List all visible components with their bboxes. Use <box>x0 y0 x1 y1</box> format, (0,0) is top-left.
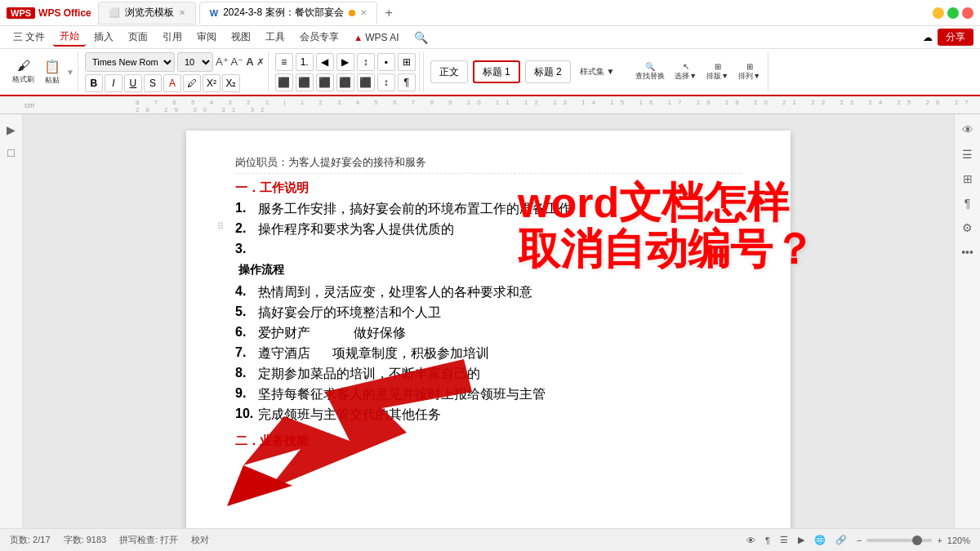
select-button[interactable]: ↖ 选择▼ <box>670 60 701 84</box>
template-tab[interactable]: ⬜ 浏览壳模板 ✕ <box>98 2 196 24</box>
menu-reference[interactable]: 引用 <box>156 29 189 46</box>
doc-tab-label: 2024-3-8 案例：餐饮部宴会 <box>223 6 343 20</box>
menu-view[interactable]: 视图 <box>225 29 257 46</box>
indent-decrease-button[interactable]: ◀ <box>316 53 334 71</box>
menu-wps-ai[interactable]: ▲WPS AI <box>347 30 405 45</box>
line-spacing-button[interactable]: ↕ <box>357 53 375 71</box>
zoom-thumb <box>912 535 922 545</box>
right-sidebar: 👁 ☰ ⊞ ¶ ⚙ ••• <box>954 114 980 528</box>
page-count: 页数: 2/17 <box>10 534 51 546</box>
shading-button[interactable]: ▪ <box>377 53 395 71</box>
paste-label: 粘贴 <box>45 75 60 86</box>
menu-tools[interactable]: 工具 <box>259 29 292 46</box>
clear-format-button[interactable]: ✗ <box>256 56 265 68</box>
menu-insert[interactable]: 插入 <box>87 29 120 46</box>
menu-file[interactable]: 三 文件 <box>7 29 51 46</box>
section2-title: 二．业务技能 <box>235 433 742 449</box>
align-left-button[interactable]: ⬛ <box>275 73 293 91</box>
unsaved-indicator <box>349 10 355 16</box>
paragraph-group: ≡ 1. ◀ ▶ ↕ ▪ ⊞ ⬛ ⬛ ⬛ ⬛ ⬛ ↕ ¶ <box>272 51 420 92</box>
menu-home[interactable]: 开始 <box>53 28 86 47</box>
add-tab-button[interactable]: + <box>381 6 398 20</box>
more-icon[interactable]: ••• <box>959 243 977 261</box>
subscript-button[interactable]: X₂ <box>222 74 240 92</box>
zoom-track[interactable] <box>866 539 932 542</box>
style-heading1[interactable]: 标题 1 <box>473 60 520 83</box>
zoom-out-button[interactable]: − <box>857 535 862 545</box>
document-area[interactable]: 岗位职员：为客人提好宴会的接待和服务 一．工作说明 1. 服务工作安排，搞好宴会… <box>23 114 954 528</box>
font-shrink-button[interactable]: A⁻ <box>231 56 244 68</box>
toolbar: 🖌 格式刷 📋 粘贴 ▼ Times New Roma 10 A⁺ A⁻ A ✗ <box>0 49 980 96</box>
zoom-level: 120% <box>947 535 970 545</box>
menu-page[interactable]: 页面 <box>122 29 154 46</box>
highlight-button[interactable]: 🖊 <box>183 74 201 92</box>
share-button[interactable]: 分享 <box>938 29 973 46</box>
arrange-button[interactable]: ⊞ 排列▼ <box>734 60 764 84</box>
nav-icon[interactable]: ☰ <box>959 145 977 163</box>
font-color-button[interactable]: A <box>246 56 253 68</box>
find-replace-button[interactable]: 🔍 查找替换 <box>631 60 669 84</box>
globe-icon[interactable]: 🌐 <box>814 535 826 545</box>
wps-icon: WPS <box>7 7 35 19</box>
template-tab-label: 浏览壳模板 <box>125 6 174 20</box>
play-icon[interactable]: ▶ <box>798 535 804 545</box>
superscript-button[interactable]: X² <box>203 74 220 92</box>
menu-review[interactable]: 审阅 <box>190 29 223 46</box>
search-icon[interactable]: 🔍 <box>414 31 428 44</box>
template-tab-close[interactable]: ✕ <box>179 8 185 17</box>
menu-vip[interactable]: 会员专享 <box>293 29 345 46</box>
drag-handle[interactable]: ⠿ <box>217 221 224 232</box>
style-heading2[interactable]: 标题 2 <box>525 60 571 83</box>
document-page: 岗位职员：为客人提好宴会的接待和服务 一．工作说明 1. 服务工作安排，搞好宴会… <box>186 131 791 528</box>
cloud-icon[interactable]: ☁ <box>923 32 933 43</box>
font-name-select[interactable]: Times New Roma <box>85 52 175 72</box>
font-color-a-button[interactable]: A <box>163 74 181 92</box>
doc-tab-close[interactable]: ✕ <box>360 8 367 17</box>
close-button[interactable] <box>962 7 973 19</box>
style-set-button[interactable]: 样式集 ▼ <box>576 64 619 80</box>
italic-button[interactable]: I <box>105 74 122 92</box>
doc-tab[interactable]: W 2024-3-8 案例：餐饮部宴会 ✕ <box>199 2 377 24</box>
paste-button[interactable]: 📋 粘贴 <box>40 56 65 88</box>
paragraph-icon[interactable]: ¶ <box>765 535 770 545</box>
font-group: Times New Roma 10 A⁺ A⁻ A ✗ B I U S A 🖊 … <box>82 51 269 92</box>
format-painter-icon: 🖌 <box>17 59 30 73</box>
sidebar-pages-icon[interactable]: □ <box>2 144 20 162</box>
list-view-icon[interactable]: ☰ <box>780 535 788 545</box>
word-icon: W <box>210 8 218 18</box>
indent-increase-button[interactable]: ▶ <box>336 53 354 71</box>
numbering-button[interactable]: 1. <box>296 53 314 71</box>
visibility-icon[interactable]: 👁 <box>746 535 755 545</box>
sidebar-nav-icon[interactable]: ▶ <box>2 121 20 139</box>
app-name: WPS Office <box>38 7 91 19</box>
minimize-button[interactable] <box>933 7 944 19</box>
border-button[interactable]: ⊞ <box>398 53 416 71</box>
table-icon[interactable]: ⊞ <box>959 170 977 188</box>
list-item: 8. 定期参加菜品的培训，不断丰富自己的 <box>235 366 742 383</box>
select-icon: ↖ <box>683 62 689 71</box>
layout-button[interactable]: ⊞ 排版▼ <box>702 60 733 84</box>
spell-check-status[interactable]: 拼写检查: 打开 <box>119 534 178 546</box>
font-grow-button[interactable]: A⁺ <box>216 56 229 68</box>
show-marks-button[interactable]: ¶ <box>398 73 416 91</box>
font-size-select[interactable]: 10 <box>177 52 213 72</box>
eye-icon[interactable]: 👁 <box>959 121 977 139</box>
sort-button[interactable]: ↕ <box>377 73 395 91</box>
justify-button[interactable]: ⬛ <box>336 73 354 91</box>
maximize-button[interactable] <box>947 7 959 19</box>
headings-icon[interactable]: ¶ <box>959 194 977 212</box>
bold-button[interactable]: B <box>85 74 103 92</box>
ruler-unit: cm <box>24 101 34 109</box>
ruler-numbers: 8 7 6 5 4 3 2 1 | 1 2 3 4 5 6 7 8 9 10 1… <box>136 99 980 113</box>
align-center-button[interactable]: ⬛ <box>296 73 314 91</box>
zoom-in-button[interactable]: + <box>937 535 942 545</box>
align-right-button[interactable]: ⬛ <box>316 73 334 91</box>
underline-button[interactable]: U <box>124 74 142 92</box>
settings-icon[interactable]: ⚙ <box>959 219 977 237</box>
bullets-button[interactable]: ≡ <box>275 53 293 71</box>
link-icon[interactable]: 🔗 <box>835 535 847 545</box>
strikethrough-button[interactable]: S <box>144 74 162 92</box>
style-normal[interactable]: 正文 <box>430 60 468 83</box>
format-painter-button[interactable]: 🖌 格式刷 <box>8 56 38 87</box>
columns-button[interactable]: ⬛ <box>357 73 375 91</box>
